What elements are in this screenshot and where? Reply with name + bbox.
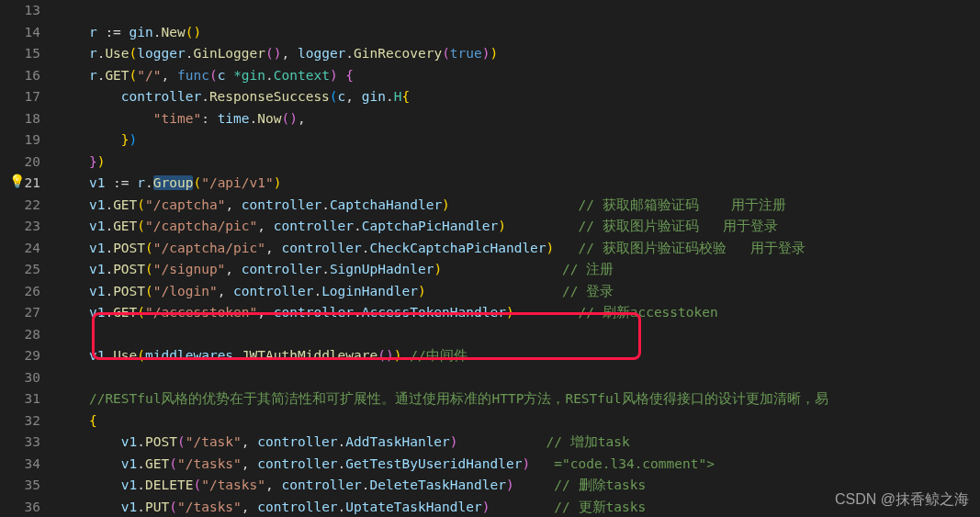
- line-number: 31: [0, 388, 40, 410]
- line-number: 32: [0, 410, 40, 433]
- code-line: v1.POST("/task", controller.AddTaskHanle…: [57, 432, 980, 454]
- line-number: 15: [0, 43, 40, 65]
- line-number: 36: [0, 497, 40, 518]
- line-number: 34: [0, 454, 40, 476]
- code-line: v1.GET("/captcha/pic", controller.Captch…: [57, 216, 980, 238]
- code-line: v1.GET("/captcha", controller.CaptchaHan…: [57, 195, 980, 217]
- code-line: r.GET("/", func(c *gin.Context) {: [57, 65, 980, 87]
- line-number: 26: [0, 281, 40, 303]
- code-editor[interactable]: 13 14 15 16 17 18 19 20 21 22 23 24 25 2…: [0, 0, 980, 517]
- code-line: v1.POST("/login", controller.LoginHandle…: [57, 281, 980, 303]
- line-number: 29: [0, 345, 40, 367]
- line-number: 24: [0, 238, 40, 260]
- code-line: v1.GET("/tasks", controller.GetTestByUse…: [57, 454, 980, 476]
- code-line: [57, 0, 980, 22]
- line-number: 18: [0, 108, 40, 130]
- lightbulb-icon[interactable]: 💡: [9, 174, 25, 188]
- code-line: }): [57, 152, 980, 174]
- code-line: r := gin.New(): [57, 22, 980, 44]
- line-number: 13: [0, 0, 40, 22]
- line-number: 22: [0, 195, 40, 217]
- line-number: 14: [0, 22, 40, 44]
- line-number: 20: [0, 152, 40, 174]
- line-number: 16: [0, 65, 40, 87]
- code-line: {: [57, 410, 980, 433]
- code-content[interactable]: 💡 r := gin.New() r.Use(logger.GinLogger(…: [57, 0, 980, 517]
- code-line: v1.POST("/signup", controller.SignUpHadn…: [57, 259, 980, 281]
- watermark: CSDN @抹香鲸之海: [835, 490, 969, 510]
- line-number: 30: [0, 367, 40, 389]
- line-number-gutter: 13 14 15 16 17 18 19 20 21 22 23 24 25 2…: [0, 0, 57, 517]
- code-line: v1 := r.Group("/api/v1"): [57, 173, 980, 195]
- line-number: 17: [0, 86, 40, 108]
- code-line: //RESTful风格的优势在于其简洁性和可扩展性。通过使用标准的HTTP方法，…: [57, 388, 980, 410]
- code-line: "time": time.Now(),: [57, 108, 980, 130]
- code-line: }): [57, 129, 980, 152]
- code-line: r.Use(logger.GinLogger(), logger.GinReco…: [57, 43, 980, 65]
- code-line: v1.Use(middlewares.JWTAuthMiddleware()) …: [57, 345, 980, 367]
- line-number: 33: [0, 432, 40, 454]
- line-number: 28: [0, 324, 40, 346]
- code-line: v1.GET("/accesstoken", controller.Access…: [57, 302, 980, 324]
- code-line: controller.ResponseSuccess(c, gin.H{: [57, 86, 980, 108]
- line-number: 35: [0, 475, 40, 497]
- code-line: [57, 367, 980, 389]
- line-number: 25: [0, 259, 40, 281]
- line-number: 27: [0, 302, 40, 324]
- code-line: [57, 324, 980, 346]
- line-number: 19: [0, 129, 40, 152]
- line-number: 23: [0, 216, 40, 238]
- code-line: v1.POST("/captcha/pic", controller.Check…: [57, 238, 980, 260]
